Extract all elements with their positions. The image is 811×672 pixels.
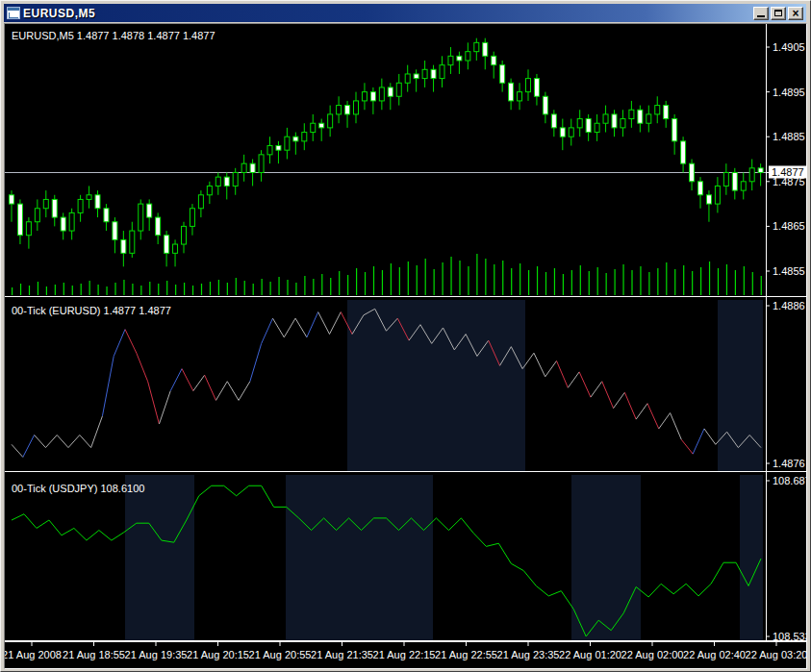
bull-candle [267,146,272,155]
bear-candle [104,209,109,222]
tick-line-usdjpy [473,534,486,547]
tick-line-eurusd [545,361,557,376]
volume-bar [72,286,73,295]
bear-candle [17,204,22,236]
tick-line-eurusd [102,356,114,415]
tick-line-eurusd [602,382,614,409]
tick-line-eurusd [137,353,148,382]
bull-candle [233,172,238,186]
volume-bar [106,286,107,295]
bull-candle [646,114,651,123]
price-axis-label: 1.4895 [773,87,805,98]
maximize-button[interactable] [771,7,786,20]
tick-line-usdjpy [461,518,473,534]
volume-bar [709,261,710,295]
volume-bar [132,284,133,295]
volume-bar [253,284,254,295]
volume-bar [744,266,745,295]
bear-candle [345,106,350,114]
volume-bar [443,262,444,295]
tick-line-eurusd [284,318,295,337]
tick-eurusd-indicator-label: 00-Tick (EURUSD) 1.4877 1.4877 [12,305,171,316]
bull-candle [139,204,143,231]
tick-line-usdjpy [698,584,711,596]
bear-candle [698,182,703,195]
bear-candle [586,119,591,133]
volume-bar [631,270,632,295]
close-button[interactable]: × [788,7,803,20]
tick-line-eurusd [114,330,125,357]
bull-candle [87,195,91,200]
tick-line-usdjpy [448,518,461,531]
bear-candle [543,96,547,114]
window-titlebar[interactable]: EURUSD,M5 × [4,4,806,22]
volume-bar [158,284,159,295]
bear-candle [10,195,14,204]
tick-usdjpy-indicator-label: 00-Tick (USDJPY) 108.6100 [12,483,144,494]
session-band [740,475,763,640]
volume-bar [270,282,271,295]
volume-bar [640,266,641,295]
tick-line-usdjpy [661,584,673,594]
bear-candle [156,217,161,236]
price-axis-label: 1.4905 [773,41,805,53]
bear-candle [370,92,375,101]
bear-candle [706,195,711,204]
volume-bar [295,283,296,295]
tick-line-usdjpy [74,528,87,540]
volume-bar [502,261,503,295]
bull-candle [69,212,74,231]
tick-line-usdjpy [237,485,249,496]
indicator-max-label: 108.687 [773,475,806,486]
bull-candle [337,106,342,114]
time-axis-label: 21 Aug 2008 [5,649,62,660]
minimize-button[interactable] [753,7,769,20]
indicator-min-label: 108.533 [773,631,806,642]
volume-bar [683,265,684,295]
tick-line-eurusd [659,413,671,429]
tick-line-eurusd [45,435,57,447]
bull-candle [241,163,246,172]
bull-candle [405,74,410,83]
volume-bar [476,254,477,295]
bear-candle [690,163,695,182]
chart-canvas[interactable]: 1.49051.48951.48851.48751.48651.48551.48… [5,24,806,668]
volume-bar [399,267,400,295]
bull-candle [518,92,522,101]
time-axis-label: 21 Aug 19:35 [125,649,188,660]
volume-bar [468,266,469,295]
bear-candle [61,217,65,231]
bear-candle [431,69,436,78]
tick-line-usdjpy [486,543,498,546]
volume-bar [528,270,529,295]
bear-candle [388,87,393,96]
volume-bar [373,266,374,295]
bull-candle [655,106,660,114]
bear-candle [319,123,324,128]
volume-bar [459,261,460,295]
tick-line-eurusd [193,375,205,390]
volume-bar [210,282,211,295]
volume-bar [81,284,82,295]
volume-bar [365,272,366,295]
volume-bar [485,259,486,295]
bull-candle [448,56,453,64]
bear-candle [672,119,677,141]
volume-bar [356,268,357,295]
bear-candle [250,163,255,172]
close-icon: × [792,9,798,18]
tick-line-eurusd [35,435,46,447]
volume-bar [244,281,245,295]
volume-bar [123,280,124,295]
volume-bar [718,268,719,295]
volume-bar [236,278,237,295]
tick-line-eurusd [329,312,341,335]
tick-line-usdjpy [87,531,99,541]
tick-line-eurusd [557,361,569,387]
tick-line-eurusd [591,382,602,397]
bear-candle [121,239,126,253]
bear-candle [758,168,763,173]
tick-line-usdjpy [99,531,112,541]
volume-bar [304,276,305,295]
tick-line-eurusd [148,382,160,424]
